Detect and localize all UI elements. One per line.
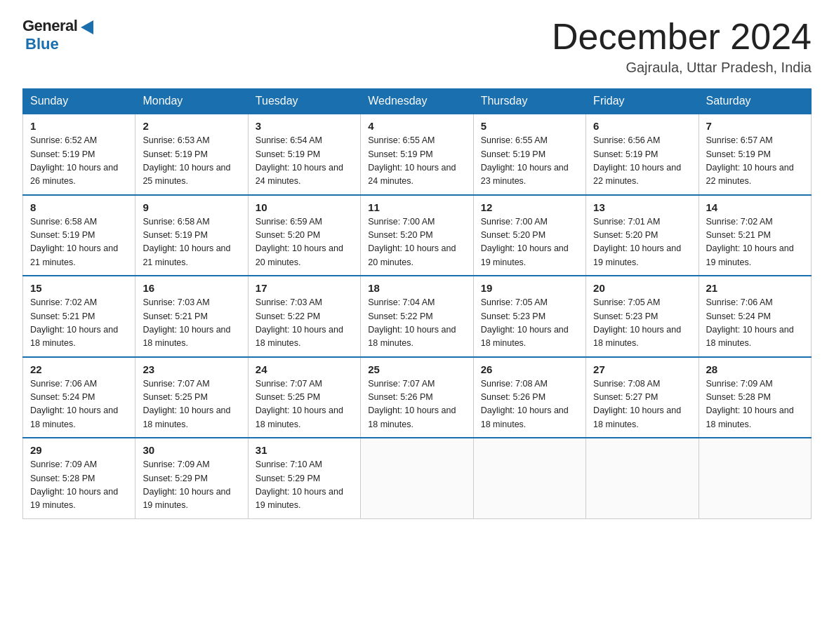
calendar-day-cell: 28 Sunrise: 7:09 AMSunset: 5:28 PMDaylig… bbox=[699, 357, 811, 438]
day-number: 19 bbox=[481, 282, 578, 294]
calendar-day-cell bbox=[361, 438, 473, 518]
day-number: 29 bbox=[30, 444, 128, 456]
day-number: 28 bbox=[706, 363, 804, 375]
day-number: 6 bbox=[593, 120, 691, 132]
calendar-header-monday: Monday bbox=[135, 89, 248, 114]
day-number: 9 bbox=[143, 201, 240, 213]
calendar-header-saturday: Saturday bbox=[699, 89, 811, 114]
day-info: Sunrise: 7:10 AMSunset: 5:29 PMDaylight:… bbox=[256, 459, 343, 510]
day-info: Sunrise: 7:04 AMSunset: 5:22 PMDaylight:… bbox=[368, 297, 456, 348]
day-number: 16 bbox=[143, 282, 240, 294]
calendar-day-cell: 22 Sunrise: 7:06 AMSunset: 5:24 PMDaylig… bbox=[23, 357, 135, 438]
calendar-day-cell: 18 Sunrise: 7:04 AMSunset: 5:22 PMDaylig… bbox=[361, 276, 473, 357]
day-number: 13 bbox=[593, 201, 691, 213]
calendar-day-cell: 11 Sunrise: 7:00 AMSunset: 5:20 PMDaylig… bbox=[361, 195, 473, 276]
day-info: Sunrise: 7:01 AMSunset: 5:20 PMDaylight:… bbox=[593, 217, 681, 267]
day-info: Sunrise: 6:58 AMSunset: 5:19 PMDaylight:… bbox=[143, 217, 230, 267]
day-number: 18 bbox=[368, 282, 465, 294]
day-number: 7 bbox=[706, 120, 804, 132]
calendar-day-cell: 23 Sunrise: 7:07 AMSunset: 5:25 PMDaylig… bbox=[135, 357, 248, 438]
month-title: December 2024 bbox=[552, 17, 812, 57]
day-number: 4 bbox=[368, 120, 465, 132]
day-info: Sunrise: 7:00 AMSunset: 5:20 PMDaylight:… bbox=[481, 217, 569, 267]
location-subtitle: Gajraula, Uttar Pradesh, India bbox=[552, 60, 812, 76]
page-header: General Blue December 2024 Gajraula, Utt… bbox=[22, 17, 812, 76]
logo-general-text: General bbox=[22, 17, 77, 35]
calendar-day-cell: 2 Sunrise: 6:53 AMSunset: 5:19 PMDayligh… bbox=[135, 114, 248, 195]
logo-triangle-icon bbox=[81, 20, 93, 34]
calendar-week-row: 15 Sunrise: 7:02 AMSunset: 5:21 PMDaylig… bbox=[23, 276, 812, 357]
day-info: Sunrise: 7:08 AMSunset: 5:26 PMDaylight:… bbox=[481, 379, 569, 429]
day-number: 20 bbox=[593, 282, 691, 294]
day-number: 10 bbox=[256, 201, 353, 213]
calendar-day-cell: 7 Sunrise: 6:57 AMSunset: 5:19 PMDayligh… bbox=[699, 114, 811, 195]
day-number: 25 bbox=[368, 363, 465, 375]
calendar-week-row: 1 Sunrise: 6:52 AMSunset: 5:19 PMDayligh… bbox=[23, 114, 812, 195]
calendar-day-cell: 16 Sunrise: 7:03 AMSunset: 5:21 PMDaylig… bbox=[135, 276, 248, 357]
calendar-header-tuesday: Tuesday bbox=[248, 89, 360, 114]
calendar-day-cell bbox=[586, 438, 699, 518]
calendar-day-cell: 20 Sunrise: 7:05 AMSunset: 5:23 PMDaylig… bbox=[586, 276, 699, 357]
calendar-day-cell: 21 Sunrise: 7:06 AMSunset: 5:24 PMDaylig… bbox=[699, 276, 811, 357]
calendar-day-cell bbox=[699, 438, 811, 518]
day-number: 21 bbox=[706, 282, 804, 294]
calendar-day-cell: 4 Sunrise: 6:55 AMSunset: 5:19 PMDayligh… bbox=[361, 114, 473, 195]
day-info: Sunrise: 7:09 AMSunset: 5:29 PMDaylight:… bbox=[143, 459, 230, 510]
day-number: 26 bbox=[481, 363, 578, 375]
day-info: Sunrise: 6:55 AMSunset: 5:19 PMDaylight:… bbox=[368, 135, 456, 186]
day-info: Sunrise: 7:09 AMSunset: 5:28 PMDaylight:… bbox=[30, 459, 118, 510]
day-number: 22 bbox=[30, 363, 128, 375]
day-info: Sunrise: 7:03 AMSunset: 5:22 PMDaylight:… bbox=[256, 297, 343, 348]
day-number: 31 bbox=[256, 444, 353, 456]
calendar-day-cell: 8 Sunrise: 6:58 AMSunset: 5:19 PMDayligh… bbox=[23, 195, 135, 276]
day-info: Sunrise: 7:07 AMSunset: 5:25 PMDaylight:… bbox=[256, 379, 343, 429]
day-info: Sunrise: 6:55 AMSunset: 5:19 PMDaylight:… bbox=[481, 135, 569, 186]
day-number: 17 bbox=[256, 282, 353, 294]
day-info: Sunrise: 6:59 AMSunset: 5:20 PMDaylight:… bbox=[256, 217, 343, 267]
day-info: Sunrise: 6:54 AMSunset: 5:19 PMDaylight:… bbox=[256, 135, 343, 186]
day-info: Sunrise: 6:57 AMSunset: 5:19 PMDaylight:… bbox=[706, 135, 794, 186]
calendar-day-cell: 15 Sunrise: 7:02 AMSunset: 5:21 PMDaylig… bbox=[23, 276, 135, 357]
day-info: Sunrise: 7:05 AMSunset: 5:23 PMDaylight:… bbox=[593, 297, 681, 348]
day-number: 11 bbox=[368, 201, 465, 213]
calendar-day-cell: 19 Sunrise: 7:05 AMSunset: 5:23 PMDaylig… bbox=[473, 276, 585, 357]
day-number: 1 bbox=[30, 120, 128, 132]
day-number: 8 bbox=[30, 201, 128, 213]
calendar-header-row: SundayMondayTuesdayWednesdayThursdayFrid… bbox=[23, 89, 812, 114]
day-number: 14 bbox=[706, 201, 804, 213]
day-info: Sunrise: 7:09 AMSunset: 5:28 PMDaylight:… bbox=[706, 379, 794, 429]
day-info: Sunrise: 7:00 AMSunset: 5:20 PMDaylight:… bbox=[368, 217, 456, 267]
calendar-day-cell: 13 Sunrise: 7:01 AMSunset: 5:20 PMDaylig… bbox=[586, 195, 699, 276]
day-info: Sunrise: 7:03 AMSunset: 5:21 PMDaylight:… bbox=[143, 297, 230, 348]
day-number: 24 bbox=[256, 363, 353, 375]
day-number: 12 bbox=[481, 201, 578, 213]
day-info: Sunrise: 7:06 AMSunset: 5:24 PMDaylight:… bbox=[706, 297, 794, 348]
calendar-day-cell: 14 Sunrise: 7:02 AMSunset: 5:21 PMDaylig… bbox=[699, 195, 811, 276]
calendar-day-cell: 29 Sunrise: 7:09 AMSunset: 5:28 PMDaylig… bbox=[23, 438, 135, 518]
calendar-week-row: 22 Sunrise: 7:06 AMSunset: 5:24 PMDaylig… bbox=[23, 357, 812, 438]
calendar-day-cell: 26 Sunrise: 7:08 AMSunset: 5:26 PMDaylig… bbox=[473, 357, 585, 438]
day-info: Sunrise: 6:52 AMSunset: 5:19 PMDaylight:… bbox=[30, 135, 118, 186]
calendar-day-cell: 9 Sunrise: 6:58 AMSunset: 5:19 PMDayligh… bbox=[135, 195, 248, 276]
calendar-table: SundayMondayTuesdayWednesdayThursdayFrid… bbox=[22, 88, 812, 519]
day-number: 23 bbox=[143, 363, 240, 375]
calendar-header-sunday: Sunday bbox=[23, 89, 135, 114]
calendar-day-cell: 30 Sunrise: 7:09 AMSunset: 5:29 PMDaylig… bbox=[135, 438, 248, 518]
calendar-week-row: 8 Sunrise: 6:58 AMSunset: 5:19 PMDayligh… bbox=[23, 195, 812, 276]
day-number: 5 bbox=[481, 120, 578, 132]
day-info: Sunrise: 7:07 AMSunset: 5:25 PMDaylight:… bbox=[143, 379, 230, 429]
day-info: Sunrise: 6:56 AMSunset: 5:19 PMDaylight:… bbox=[593, 135, 681, 186]
calendar-day-cell: 12 Sunrise: 7:00 AMSunset: 5:20 PMDaylig… bbox=[473, 195, 585, 276]
logo-blue-text: Blue bbox=[25, 35, 59, 53]
calendar-day-cell: 24 Sunrise: 7:07 AMSunset: 5:25 PMDaylig… bbox=[248, 357, 360, 438]
calendar-header-friday: Friday bbox=[586, 89, 699, 114]
day-info: Sunrise: 6:58 AMSunset: 5:19 PMDaylight:… bbox=[30, 217, 118, 267]
logo: General Blue bbox=[22, 17, 94, 53]
calendar-day-cell: 31 Sunrise: 7:10 AMSunset: 5:29 PMDaylig… bbox=[248, 438, 360, 518]
calendar-day-cell: 1 Sunrise: 6:52 AMSunset: 5:19 PMDayligh… bbox=[23, 114, 135, 195]
calendar-day-cell: 5 Sunrise: 6:55 AMSunset: 5:19 PMDayligh… bbox=[473, 114, 585, 195]
day-info: Sunrise: 7:06 AMSunset: 5:24 PMDaylight:… bbox=[30, 379, 118, 429]
day-info: Sunrise: 6:53 AMSunset: 5:19 PMDaylight:… bbox=[143, 135, 230, 186]
day-number: 15 bbox=[30, 282, 128, 294]
calendar-day-cell: 3 Sunrise: 6:54 AMSunset: 5:19 PMDayligh… bbox=[248, 114, 360, 195]
